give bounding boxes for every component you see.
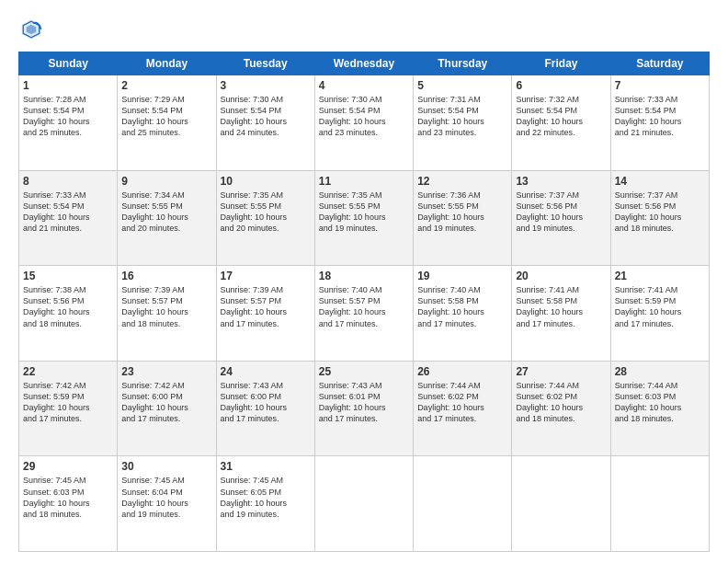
- cell-details: Sunrise: 7:44 AM Sunset: 6:02 PM Dayligh…: [417, 380, 507, 425]
- calendar-cell: 25Sunrise: 7:43 AM Sunset: 6:01 PM Dayli…: [314, 361, 413, 456]
- calendar-cell: 21Sunrise: 7:41 AM Sunset: 5:59 PM Dayli…: [610, 266, 709, 362]
- calendar-cell: 30Sunrise: 7:45 AM Sunset: 6:04 PM Dayli…: [118, 456, 216, 552]
- calendar-cell: 22Sunrise: 7:42 AM Sunset: 5:59 PM Dayli…: [19, 361, 118, 456]
- day-number: 7: [615, 79, 705, 92]
- day-number: 22: [23, 365, 113, 378]
- cell-details: Sunrise: 7:35 AM Sunset: 5:55 PM Dayligh…: [221, 190, 311, 235]
- calendar-cell: 12Sunrise: 7:36 AM Sunset: 5:55 PM Dayli…: [414, 170, 512, 266]
- week-row-5: 29Sunrise: 7:45 AM Sunset: 6:03 PM Dayli…: [19, 456, 710, 552]
- calendar-cell: 10Sunrise: 7:35 AM Sunset: 5:55 PM Dayli…: [216, 170, 314, 266]
- day-number: 15: [23, 270, 113, 282]
- cell-details: Sunrise: 7:30 AM Sunset: 5:54 PM Dayligh…: [319, 94, 409, 139]
- calendar-cell: 3Sunrise: 7:30 AM Sunset: 5:54 PM Daylig…: [216, 75, 314, 171]
- logo-icon: [18, 17, 44, 42]
- day-number: 28: [615, 365, 705, 378]
- day-number: 3: [221, 79, 311, 92]
- calendar-cell: 27Sunrise: 7:44 AM Sunset: 6:02 PM Dayli…: [512, 361, 610, 456]
- week-row-4: 22Sunrise: 7:42 AM Sunset: 5:59 PM Dayli…: [19, 361, 710, 456]
- calendar-cell: 14Sunrise: 7:37 AM Sunset: 5:56 PM Dayli…: [610, 170, 709, 266]
- day-number: 11: [319, 175, 409, 188]
- day-number: 12: [417, 175, 507, 188]
- cell-details: Sunrise: 7:38 AM Sunset: 5:56 PM Dayligh…: [23, 284, 113, 329]
- cell-details: Sunrise: 7:28 AM Sunset: 5:54 PM Dayligh…: [23, 94, 113, 139]
- weekday-header-wednesday: Wednesday: [314, 52, 413, 75]
- calendar-cell: [610, 456, 709, 552]
- cell-details: Sunrise: 7:35 AM Sunset: 5:55 PM Dayligh…: [319, 190, 409, 235]
- cell-details: Sunrise: 7:37 AM Sunset: 5:56 PM Dayligh…: [615, 190, 705, 235]
- cell-details: Sunrise: 7:39 AM Sunset: 5:57 PM Dayligh…: [121, 284, 211, 329]
- cell-details: Sunrise: 7:42 AM Sunset: 6:00 PM Dayligh…: [121, 380, 211, 425]
- day-number: 16: [121, 270, 211, 282]
- logo: [18, 17, 48, 42]
- day-number: 25: [319, 365, 409, 378]
- calendar-cell: [414, 456, 512, 552]
- weekday-header-friday: Friday: [512, 52, 610, 75]
- weekday-header-thursday: Thursday: [414, 52, 512, 75]
- cell-details: Sunrise: 7:41 AM Sunset: 5:58 PM Dayligh…: [516, 284, 606, 329]
- weekday-header-monday: Monday: [118, 52, 216, 75]
- day-number: 23: [121, 365, 211, 378]
- calendar-cell: 20Sunrise: 7:41 AM Sunset: 5:58 PM Dayli…: [512, 266, 610, 362]
- cell-details: Sunrise: 7:29 AM Sunset: 5:54 PM Dayligh…: [121, 94, 211, 139]
- day-number: 5: [417, 79, 507, 92]
- day-number: 29: [23, 460, 113, 473]
- calendar-cell: 13Sunrise: 7:37 AM Sunset: 5:56 PM Dayli…: [512, 170, 610, 266]
- day-number: 9: [121, 175, 211, 188]
- day-number: 4: [319, 79, 409, 92]
- cell-details: Sunrise: 7:44 AM Sunset: 6:03 PM Dayligh…: [615, 380, 705, 425]
- calendar-cell: 8Sunrise: 7:33 AM Sunset: 5:54 PM Daylig…: [19, 170, 118, 266]
- calendar-cell: 11Sunrise: 7:35 AM Sunset: 5:55 PM Dayli…: [314, 170, 413, 266]
- day-number: 14: [615, 175, 705, 188]
- day-number: 18: [319, 270, 409, 282]
- week-row-3: 15Sunrise: 7:38 AM Sunset: 5:56 PM Dayli…: [19, 266, 710, 362]
- calendar-cell: 24Sunrise: 7:43 AM Sunset: 6:00 PM Dayli…: [216, 361, 314, 456]
- day-number: 10: [221, 175, 311, 188]
- cell-details: Sunrise: 7:45 AM Sunset: 6:05 PM Dayligh…: [221, 475, 311, 520]
- cell-details: Sunrise: 7:41 AM Sunset: 5:59 PM Dayligh…: [615, 284, 705, 329]
- calendar-cell: 9Sunrise: 7:34 AM Sunset: 5:55 PM Daylig…: [118, 170, 216, 266]
- week-row-1: 1Sunrise: 7:28 AM Sunset: 5:54 PM Daylig…: [19, 75, 710, 171]
- calendar-cell: 16Sunrise: 7:39 AM Sunset: 5:57 PM Dayli…: [118, 266, 216, 362]
- weekday-header-tuesday: Tuesday: [216, 52, 314, 75]
- calendar-table: SundayMondayTuesdayWednesdayThursdayFrid…: [18, 52, 710, 552]
- calendar-cell: 17Sunrise: 7:39 AM Sunset: 5:57 PM Dayli…: [216, 266, 314, 362]
- calendar-cell: 18Sunrise: 7:40 AM Sunset: 5:57 PM Dayli…: [314, 266, 413, 362]
- calendar-cell: 29Sunrise: 7:45 AM Sunset: 6:03 PM Dayli…: [19, 456, 118, 552]
- weekday-header-row: SundayMondayTuesdayWednesdayThursdayFrid…: [19, 52, 710, 75]
- weekday-header-sunday: Sunday: [19, 52, 118, 75]
- calendar-cell: 4Sunrise: 7:30 AM Sunset: 5:54 PM Daylig…: [314, 75, 413, 171]
- day-number: 21: [615, 270, 705, 282]
- weekday-header-saturday: Saturday: [610, 52, 709, 75]
- cell-details: Sunrise: 7:39 AM Sunset: 5:57 PM Dayligh…: [221, 284, 311, 329]
- page: SundayMondayTuesdayWednesdayThursdayFrid…: [0, 0, 728, 563]
- calendar-cell: [512, 456, 610, 552]
- day-number: 6: [516, 79, 606, 92]
- day-number: 8: [23, 175, 113, 188]
- day-number: 17: [221, 270, 311, 282]
- cell-details: Sunrise: 7:32 AM Sunset: 5:54 PM Dayligh…: [516, 94, 606, 139]
- day-number: 2: [121, 79, 211, 92]
- cell-details: Sunrise: 7:31 AM Sunset: 5:54 PM Dayligh…: [417, 94, 507, 139]
- day-number: 26: [417, 365, 507, 378]
- calendar-cell: 7Sunrise: 7:33 AM Sunset: 5:54 PM Daylig…: [610, 75, 709, 171]
- calendar-cell: 6Sunrise: 7:32 AM Sunset: 5:54 PM Daylig…: [512, 75, 610, 171]
- cell-details: Sunrise: 7:43 AM Sunset: 6:01 PM Dayligh…: [319, 380, 409, 425]
- day-number: 31: [221, 460, 311, 473]
- week-row-2: 8Sunrise: 7:33 AM Sunset: 5:54 PM Daylig…: [19, 170, 710, 266]
- calendar-cell: 23Sunrise: 7:42 AM Sunset: 6:00 PM Dayli…: [118, 361, 216, 456]
- calendar-cell: 1Sunrise: 7:28 AM Sunset: 5:54 PM Daylig…: [19, 75, 118, 171]
- cell-details: Sunrise: 7:45 AM Sunset: 6:03 PM Dayligh…: [23, 475, 113, 520]
- cell-details: Sunrise: 7:30 AM Sunset: 5:54 PM Dayligh…: [221, 94, 311, 139]
- cell-details: Sunrise: 7:44 AM Sunset: 6:02 PM Dayligh…: [516, 380, 606, 425]
- day-number: 1: [23, 79, 113, 92]
- cell-details: Sunrise: 7:40 AM Sunset: 5:57 PM Dayligh…: [319, 284, 409, 329]
- calendar-cell: [314, 456, 413, 552]
- cell-details: Sunrise: 7:37 AM Sunset: 5:56 PM Dayligh…: [516, 190, 606, 235]
- calendar-cell: 28Sunrise: 7:44 AM Sunset: 6:03 PM Dayli…: [610, 361, 709, 456]
- header: [18, 17, 710, 42]
- cell-details: Sunrise: 7:33 AM Sunset: 5:54 PM Dayligh…: [615, 94, 705, 139]
- calendar-cell: 26Sunrise: 7:44 AM Sunset: 6:02 PM Dayli…: [414, 361, 512, 456]
- cell-details: Sunrise: 7:40 AM Sunset: 5:58 PM Dayligh…: [417, 284, 507, 329]
- calendar-cell: 15Sunrise: 7:38 AM Sunset: 5:56 PM Dayli…: [19, 266, 118, 362]
- cell-details: Sunrise: 7:34 AM Sunset: 5:55 PM Dayligh…: [121, 190, 211, 235]
